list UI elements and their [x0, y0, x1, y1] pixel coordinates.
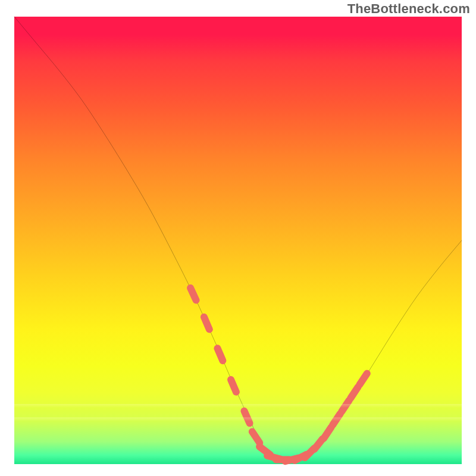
curve-marker	[324, 427, 331, 439]
curve-marker	[217, 348, 223, 361]
curve-marker	[359, 374, 367, 385]
watermark-text: TheBottleneck.com	[347, 1, 470, 17]
curve-marker	[190, 288, 196, 300]
curve-marker	[350, 387, 358, 398]
curve-marker	[252, 431, 260, 443]
chart-stage: TheBottleneck.com	[0, 0, 476, 476]
curve-marker	[231, 380, 236, 392]
curve-marker	[333, 414, 340, 425]
plot-area	[14, 17, 462, 464]
curve-marker	[244, 411, 249, 424]
curve-marker	[342, 400, 349, 412]
curve-marker	[204, 317, 209, 330]
marker-layer	[14, 17, 462, 464]
marker-group	[190, 288, 367, 461]
